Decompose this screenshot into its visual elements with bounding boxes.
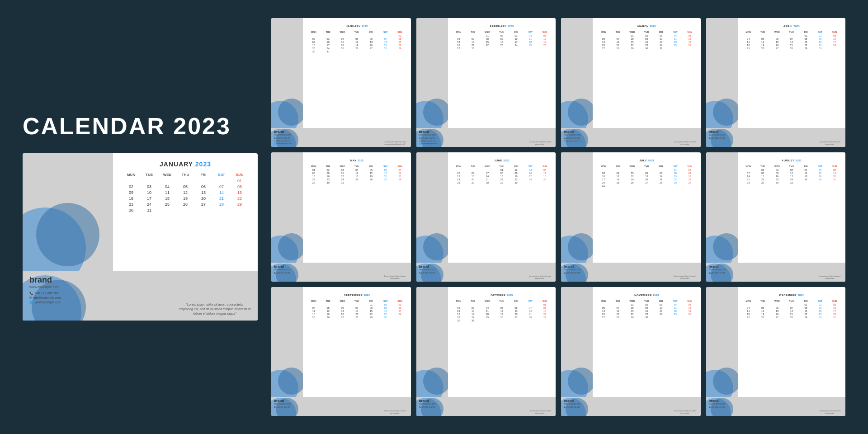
small-cal-bottom-apr: brand www.example.com 📞 000 123 456 789 … — [706, 128, 846, 147]
sc-row-3: 14151617181920 — [741, 175, 842, 178]
small-quote-mar: Lorem ipsum dolor sit amet consectetur — [671, 141, 698, 145]
small-brand-oct: brand www.example.com 📞 000 123 456 789 — [419, 399, 436, 408]
day-empty: - — [231, 208, 249, 212]
small-month-title-jul: JULY 2023 — [596, 155, 697, 163]
small-cal-image-jan — [271, 18, 303, 128]
large-cal-bottom: brand www.example.com 📞 000 123 456 789 … — [23, 271, 258, 321]
sc-circle-2 — [568, 233, 593, 260]
day-empty: - — [194, 208, 212, 212]
sc-row-2: 03040506070809 — [596, 172, 697, 175]
small-mn-nov: NOVEMBER — [634, 294, 653, 297]
sc-row-1: --0102030405 — [596, 303, 697, 306]
sh-mon: MON — [307, 31, 321, 33]
title-section: CALENDAR 2023 — [23, 113, 258, 139]
sb-web: www.example.com — [709, 269, 726, 271]
cal-row-2: 02 03 04 05 06 07 08 — [122, 184, 249, 189]
small-cal-top-dec: DECEMBER 2023 MONTUEWEDTHUFRISATSUN ----… — [706, 287, 846, 397]
small-cal-header-may: MONTUEWEDTHUFRISATSUN — [307, 165, 407, 168]
small-calendar-jan: JANUARY 2023 MONTUEWEDTHUFRISATSUN -----… — [271, 18, 411, 147]
day-empty: - — [176, 179, 194, 183]
small-cal-top-nov: NOVEMBER 2023 MONTUEWEDTHUFRISATSUN --01… — [561, 287, 701, 397]
large-cal-grid: MON TUE WED THU FRI SAT SUN - - - — [122, 173, 249, 264]
sc-circle-2 — [278, 233, 303, 260]
small-cal-top-oct: OCTOBER 2023 MONTUEWEDTHUFRISATSUN -----… — [416, 287, 556, 397]
day-empty: - — [122, 179, 140, 183]
sc-row-1: ---01020304 — [452, 169, 552, 171]
sb-name: brand — [419, 130, 437, 134]
web-address: www.example.com — [35, 301, 61, 304]
small-yr-dec: 2023 — [797, 294, 803, 297]
small-cal-image-mar — [561, 18, 593, 128]
sc-row-1: -----0102 — [596, 169, 697, 171]
sb-name: brand — [564, 399, 581, 403]
small-quote-apr: Lorem ipsum dolor sit amet consectetur — [816, 141, 843, 145]
small-calendar-may: MAY 2023 MONTUEWEDTHUFRISATSUN 010203040… — [271, 152, 411, 281]
small-month-title-mar: MARCH 2023 — [596, 21, 697, 29]
sc-row-3: 13141516171819 — [596, 41, 697, 43]
small-cal-top-jan: JANUARY 2023 MONTUEWEDTHUFRISATSUN -----… — [271, 18, 411, 128]
small-quote-aug: Lorem ipsum dolor sit amet consectetur — [816, 275, 843, 279]
quote-text: "Lorem ipsum dolor sit amet, consectetur… — [179, 302, 251, 316]
sb-email: ✉ info@example.com — [274, 140, 292, 142]
small-cal-top-jul: JULY 2023 MONTUEWEDTHUFRISATSUN -----010… — [561, 152, 701, 262]
small-yr-sep: 2023 — [364, 294, 370, 297]
sc-circle-2 — [713, 233, 738, 260]
small-cal-bottom-dec: brand www.example.com 📞 000 123 456 789 … — [706, 397, 846, 416]
web-item: 🌐 www.example.com — [29, 301, 61, 304]
small-brand-feb: brand www.example.com 📞 000 123 456 789 … — [419, 130, 437, 145]
sb-web: www.example.com — [274, 134, 292, 136]
small-month-title-oct: OCTOBER 2023 — [452, 290, 552, 298]
small-mn-jul: JULY — [639, 159, 648, 162]
sc-row-5: 28293031--- — [741, 181, 842, 184]
small-mn-aug: AUGUST — [782, 159, 796, 162]
small-yr-nov: 2023 — [653, 294, 659, 297]
day-13: 13 — [194, 190, 212, 195]
small-calendar-dec: DECEMBER 2023 MONTUEWEDTHUFRISATSUN ----… — [706, 287, 846, 416]
small-brand-mar: brand www.example.com 📞 000 123 456 789 … — [564, 130, 581, 142]
left-panel: CALENDAR 2023 JANUARY 2023 MON TUE — [23, 18, 258, 416]
brand-contact: 📞 000 123 456 789 ✉ info@example.com 🌐 w… — [29, 292, 61, 304]
sb-contact: 📞 000 123 456 789 — [419, 406, 436, 408]
sb-contact: 📞 000 123 456 789 — [274, 272, 291, 274]
small-yr-may: 2023 — [358, 159, 363, 162]
small-cal-content-jun: JUNE 2023 MONTUEWEDTHUFRISATSUN ---01020… — [448, 152, 556, 262]
sc-row-5: 2728293031-- — [596, 47, 697, 50]
sc-row-3: 11121314151617 — [307, 310, 407, 312]
sc-row-2: 06070809101112 — [452, 38, 552, 40]
sc-row-1: 01020304050607 — [307, 169, 407, 171]
small-yr-aug: 2023 — [795, 159, 801, 162]
deco-circle-2 — [36, 203, 99, 266]
sb-web: www.example.com — [564, 269, 581, 271]
small-cal-image-dec — [706, 287, 738, 397]
small-month-title-feb: FEBRUARY 2023 — [452, 21, 552, 29]
sc-circle-2 — [568, 368, 593, 395]
small-brand-apr: brand www.example.com 📞 000 123 456 789 — [709, 130, 726, 139]
sb-name: brand — [274, 130, 292, 134]
small-cal-image-may — [271, 152, 303, 262]
sc-row-2: 08091011121314 — [307, 172, 407, 175]
sc-row-4: 20212223242526 — [596, 44, 697, 47]
day-26: 26 — [176, 202, 194, 207]
small-calendar-jun: JUNE 2023 MONTUEWEDTHUFRISATSUN ---01020… — [416, 152, 556, 281]
small-cal-image-oct — [416, 287, 448, 397]
brand-website: www.example.com — [29, 285, 61, 289]
small-cal-top-mar: MARCH 2023 MONTUEWEDTHUFRISATSUN --01020… — [561, 18, 701, 128]
cal-row-3: 09 10 11 12 13 14 15 — [122, 190, 249, 195]
small-cal-top-sep: SEPTEMBER 2023 MONTUEWEDTHUFRISATSUN ---… — [271, 287, 411, 397]
small-cal-header-apr: MONTUEWEDTHUFRISATSUN — [741, 31, 842, 33]
sh-sat: SAT — [378, 31, 393, 33]
small-month-title-aug: AUGUST 2023 — [741, 155, 842, 163]
small-mn-dec: DECEMBER — [779, 294, 798, 297]
large-year: 2023 — [195, 160, 211, 168]
sc-row-6: 3031----- — [452, 319, 552, 322]
small-brand-aug: brand www.example.com 📞 000 123 456 789 — [709, 264, 726, 274]
small-yr-jan: 2023 — [362, 25, 368, 28]
sh-thu: THU — [349, 31, 364, 33]
small-quote-oct: Lorem ipsum dolor sit amet consectetur — [526, 410, 553, 414]
sc-row-5: 23242526272829 — [307, 47, 407, 50]
day-25: 25 — [158, 202, 176, 207]
sc-row-5: 24252627282930 — [596, 181, 697, 184]
brand-name: brand — [29, 275, 61, 285]
sh-tue: TUE — [321, 31, 335, 33]
small-cal-content-mar: MARCH 2023 MONTUEWEDTHUFRISATSUN --01020… — [593, 18, 701, 128]
